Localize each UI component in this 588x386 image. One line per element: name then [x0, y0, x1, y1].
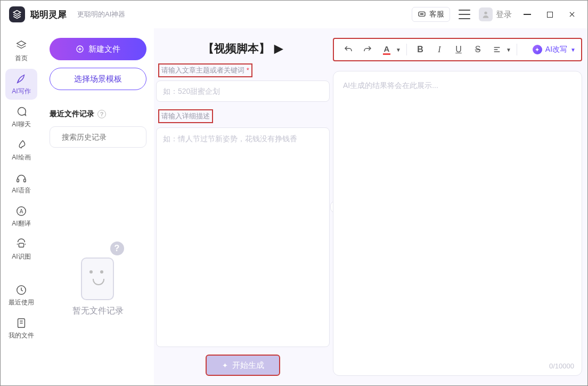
- field2-label-row: 请输入详细描述: [156, 109, 330, 126]
- help-icon[interactable]: ?: [97, 110, 106, 118]
- toolbar-separator: [517, 44, 517, 55]
- field1-label: 请输入文章主题或者关键词: [161, 66, 244, 74]
- history-search-input[interactable]: [62, 133, 155, 141]
- close-button[interactable]: [565, 7, 579, 21]
- maximize-button[interactable]: [543, 7, 557, 21]
- svg-rect-9: [19, 243, 23, 247]
- customer-service-label: 客服: [429, 10, 444, 19]
- result-placeholder: AI生成的结果将会在此展示...: [343, 81, 438, 90]
- sidebar-item-label: 首页: [15, 54, 28, 63]
- generate-button[interactable]: ✦ 开始生成: [206, 355, 280, 376]
- logo-wrap: 聪明灵犀 更聪明的AI神器: [9, 6, 125, 22]
- underline-button[interactable]: U: [450, 41, 468, 59]
- login-label: 登录: [496, 10, 512, 20]
- editor-toolbar: A ▼ B I U S ▼ ✦ AI改写 ▼: [333, 38, 582, 61]
- pen-icon: [15, 73, 27, 85]
- brush-icon: [15, 139, 27, 151]
- svg-point-4: [484, 12, 487, 14]
- ai-rewrite-icon: ✦: [533, 45, 542, 54]
- form-panel: 【视频脚本】 ▶ 请输入文章主题或者关键词 * 请输入详细描述 ✦ 开始生成: [156, 38, 330, 376]
- toolbar-separator: [406, 44, 407, 55]
- result-panel: ⋮ A ▼ B I U S ▼ ✦ AI改写 ▼: [333, 38, 582, 376]
- sidebar-item-home[interactable]: 首页: [5, 36, 37, 67]
- files-column: 新建文件 选择场景模板 最近文件记录 ? ? 暂无文件记录: [42, 28, 154, 385]
- tagline: 更聪明的AI神器: [77, 10, 125, 19]
- sidebar-item-label: AI聊天: [12, 120, 30, 129]
- app-name: 聪明灵犀: [30, 9, 67, 21]
- strikethrough-button[interactable]: S: [469, 41, 487, 59]
- italic-button[interactable]: I: [430, 41, 448, 59]
- undo-button[interactable]: [339, 41, 357, 59]
- char-count: 0/10000: [549, 362, 574, 370]
- history-title: 最近文件记录: [50, 109, 94, 119]
- template-button[interactable]: 选择场景模板: [50, 68, 146, 90]
- align-button[interactable]: [488, 41, 506, 59]
- ai-rewrite-label: AI改写: [545, 45, 567, 54]
- svg-rect-6: [24, 179, 26, 182]
- redo-button[interactable]: [358, 41, 377, 59]
- sidebar-item-paint[interactable]: AI绘画: [5, 135, 37, 166]
- svg-text:A: A: [20, 208, 23, 214]
- translate-icon: A: [15, 205, 27, 217]
- ai-rewrite-button[interactable]: ✦ AI改写 ▼: [533, 45, 576, 54]
- field1-label-row: 请输入文章主题或者关键词 *: [156, 63, 330, 81]
- titlebar: 聪明灵犀 更聪明的AI神器 客服 登录: [1, 1, 587, 28]
- image-icon: [15, 238, 27, 250]
- topic-input[interactable]: [156, 81, 330, 102]
- sidebar-item-write[interactable]: AI写作: [5, 69, 37, 100]
- app-logo-icon: [9, 6, 25, 22]
- file-icon: [15, 317, 27, 329]
- sidebar-item-label: 最近使用: [9, 298, 34, 307]
- page-title: 【视频脚本】: [203, 41, 270, 56]
- sidebar-item-vision[interactable]: AI识图: [5, 234, 37, 265]
- sparkle-icon: ✦: [222, 361, 228, 369]
- login-button[interactable]: 登录: [479, 7, 512, 21]
- text-color-caret[interactable]: ▼: [395, 41, 402, 59]
- empty-state: ? 暂无文件记录: [50, 187, 146, 376]
- empty-text: 暂无文件记录: [72, 305, 124, 317]
- result-output[interactable]: AI生成的结果将会在此展示... 0/10000: [333, 71, 582, 376]
- play-icon[interactable]: ▶: [274, 42, 283, 55]
- sidebar-item-myfiles[interactable]: 我的文件: [5, 313, 37, 344]
- sidebar-item-label: AI绘画: [12, 153, 30, 162]
- template-label: 选择场景模板: [74, 74, 122, 84]
- main-area: 【视频脚本】 ▶ 请输入文章主题或者关键词 * 请输入详细描述 ✦ 开始生成 ⋮: [154, 28, 587, 385]
- sidebar-item-translate[interactable]: A AI翻译: [5, 201, 37, 232]
- sidebar-item-label: AI写作: [12, 87, 30, 96]
- sidebar-item-label: AI翻译: [12, 219, 30, 228]
- sidebar-item-voice[interactable]: AI语音: [5, 168, 37, 199]
- align-caret[interactable]: ▼: [505, 41, 512, 59]
- sidebar: 首页 AI写作 AI聊天 AI绘画 AI语音 A AI翻译 AI识图: [1, 28, 42, 385]
- empty-illustration-icon: ?: [76, 247, 121, 300]
- chat-icon: [15, 106, 27, 118]
- menu-icon[interactable]: [459, 10, 470, 19]
- headphone-icon: [15, 172, 27, 184]
- sidebar-item-label: AI语音: [12, 186, 30, 195]
- generate-label: 开始生成: [232, 360, 264, 371]
- home-icon: [15, 40, 27, 52]
- field2-label: 请输入详细描述: [158, 109, 213, 123]
- detail-textarea[interactable]: [156, 127, 330, 347]
- svg-point-2: [421, 14, 422, 14]
- sidebar-item-label: AI识图: [12, 252, 30, 261]
- new-file-label: 新建文件: [88, 44, 120, 54]
- search-wrap[interactable]: [50, 126, 146, 148]
- svg-point-1: [420, 14, 421, 14]
- minimize-button[interactable]: [520, 7, 534, 21]
- clock-icon: [15, 284, 27, 296]
- customer-service-button[interactable]: 客服: [412, 7, 450, 22]
- page-title-row: 【视频脚本】 ▶: [156, 38, 330, 59]
- sidebar-item-recent[interactable]: 最近使用: [5, 280, 37, 311]
- svg-point-3: [422, 14, 423, 14]
- sidebar-item-chat[interactable]: AI聊天: [5, 102, 37, 133]
- avatar-icon: [479, 7, 493, 21]
- svg-rect-5: [17, 179, 19, 182]
- sidebar-item-label: 我的文件: [9, 331, 34, 340]
- bold-button[interactable]: B: [411, 41, 429, 59]
- new-file-button[interactable]: 新建文件: [50, 38, 146, 60]
- text-color-button[interactable]: A: [378, 41, 396, 59]
- history-heading: 最近文件记录 ?: [50, 109, 146, 119]
